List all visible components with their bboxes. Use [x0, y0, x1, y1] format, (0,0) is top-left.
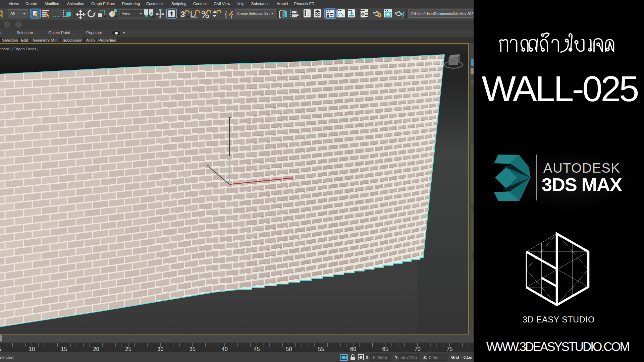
svg-text:10: 10 [29, 346, 35, 352]
svg-text:45: 45 [254, 346, 260, 352]
svg-text:15: 15 [61, 346, 67, 352]
svg-text:FRONT: FRONT [450, 61, 457, 63]
svg-text:y: y [207, 163, 209, 167]
svg-text:70: 70 [414, 346, 420, 352]
svg-text:x: x [291, 176, 293, 180]
svg-text:35: 35 [190, 346, 196, 352]
svg-text:40: 40 [222, 346, 228, 352]
svg-text:Z:: Z: [423, 355, 427, 360]
svg-text:3: 3 [180, 10, 185, 19]
svg-text:{: { [225, 10, 227, 18]
svg-text:55: 55 [318, 346, 324, 352]
svg-text:55.771m: 55.771m [400, 355, 417, 360]
svg-text:65: 65 [382, 346, 388, 352]
svg-text:60: 60 [350, 346, 356, 352]
svg-text:25: 25 [125, 346, 131, 352]
svg-text:All: All [10, 11, 15, 15]
svg-text:Grid = 0.1m: Grid = 0.1m [451, 355, 472, 359]
svg-text:0.0m: 0.0m [429, 355, 438, 360]
svg-text:Create Selection Set: Create Selection Set [237, 11, 269, 15]
svg-text:Y:: Y: [395, 355, 399, 360]
svg-text:C:\Users\User\Documents\3ds Ma: C:\Users\User\Documents\3ds Max 2022 [411, 12, 474, 16]
svg-text:ndard ] [Edged Faces ]: ndard ] [Edged Faces ] [0, 47, 38, 51]
svg-text:30: 30 [157, 346, 163, 352]
svg-text:50: 50 [286, 346, 292, 352]
svg-text:20: 20 [93, 346, 99, 352]
svg-text:X:: X: [366, 355, 370, 360]
svg-text:View: View [122, 11, 130, 15]
svg-text:5: 5 [0, 346, 1, 352]
svg-text:75: 75 [446, 346, 452, 352]
svg-text:-6.258m: -6.258m [372, 355, 387, 360]
svg-text:z: z [230, 115, 232, 119]
